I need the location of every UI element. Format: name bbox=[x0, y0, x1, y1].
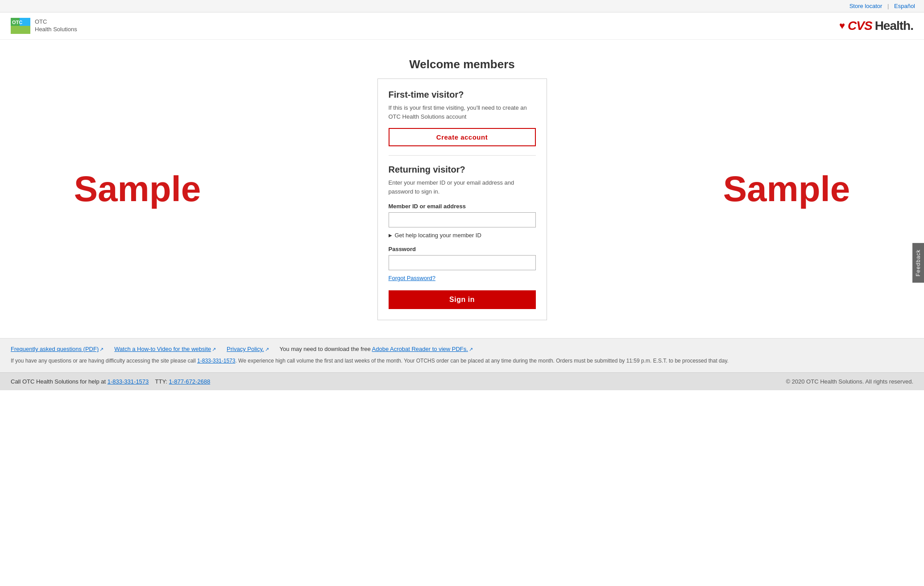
first-time-desc: If this is your first time visiting, you… bbox=[389, 103, 536, 121]
login-box: First-time visitor? If this is your firs… bbox=[377, 78, 547, 320]
center-panel: Welcome members First-time visitor? If t… bbox=[377, 58, 547, 320]
cvs-brand-text: CVS bbox=[848, 19, 872, 33]
copyright-text: © 2020 OTC Health Solutions. All rights … bbox=[786, 378, 913, 385]
returning-title: Returning visitor? bbox=[389, 165, 536, 175]
external-link-icon: ↗ bbox=[99, 347, 104, 352]
privacy-link[interactable]: Privacy Policy.↗ bbox=[227, 346, 269, 352]
welcome-title: Welcome members bbox=[377, 58, 547, 71]
external-link-icon: ↗ bbox=[212, 347, 216, 352]
video-link[interactable]: Watch a How-to Video for the website↗ bbox=[114, 346, 216, 352]
password-label: Password bbox=[389, 246, 536, 252]
adobe-note: You may need to download the free Adobe … bbox=[280, 346, 473, 352]
top-utility-bar: Store locator | Español bbox=[0, 0, 924, 12]
footer-bottom-contact: Call OTC Health Solutions for help at 1-… bbox=[11, 378, 210, 385]
external-link-icon: ↗ bbox=[469, 347, 473, 352]
bottom-phone1-link[interactable]: 1-833-331-1573 bbox=[108, 378, 149, 385]
member-id-input[interactable] bbox=[389, 212, 536, 227]
member-id-label: Member ID or email address bbox=[389, 203, 536, 210]
forgot-password-link[interactable]: Forgot Password? bbox=[389, 275, 436, 281]
triangle-icon: ▶ bbox=[389, 233, 392, 238]
feedback-sidebar: Feedback bbox=[912, 243, 924, 284]
footer-links: Frequently asked questions (PDF)↗ Watch … bbox=[11, 346, 913, 352]
otc-logo-icon: OTC bbox=[11, 18, 30, 34]
external-link-icon: ↗ bbox=[265, 347, 269, 352]
returning-desc: Enter your member ID or your email addre… bbox=[389, 178, 536, 196]
returning-section: Returning visitor? Enter your member ID … bbox=[389, 165, 536, 309]
svg-rect-2 bbox=[11, 26, 30, 34]
bottom-phone2-link[interactable]: 1-877-672-2688 bbox=[169, 378, 211, 385]
password-input[interactable] bbox=[389, 255, 536, 270]
cvs-logo: ♥ CVSHealth. bbox=[839, 19, 913, 33]
otc-logo-text: OTC Health Solutions bbox=[35, 18, 77, 33]
footer-support-text: If you have any questions or are having … bbox=[11, 357, 913, 365]
adobe-link[interactable]: Adobe Acrobat Reader to view PDFs.↗ bbox=[372, 346, 473, 352]
header: OTC OTC Health Solutions ♥ CVSHealth. bbox=[0, 12, 924, 40]
otc-logo: OTC OTC Health Solutions bbox=[11, 18, 77, 34]
section-divider bbox=[389, 155, 536, 156]
support-phone-link[interactable]: 1-833-331-1573 bbox=[197, 358, 235, 364]
sign-in-button[interactable]: Sign in bbox=[389, 290, 536, 309]
first-time-title: First-time visitor? bbox=[389, 90, 536, 100]
first-time-section: First-time visitor? If this is your firs… bbox=[389, 90, 536, 146]
help-link-text: Get help locating your member ID bbox=[395, 232, 481, 239]
sample-watermark-left: Sample bbox=[74, 169, 201, 210]
footer-top: Frequently asked questions (PDF)↗ Watch … bbox=[0, 338, 924, 372]
footer-bottom: Call OTC Health Solutions for help at 1-… bbox=[0, 372, 924, 390]
feedback-button[interactable]: Feedback bbox=[912, 243, 924, 283]
cvs-heart-icon: ♥ bbox=[839, 20, 845, 32]
svg-text:OTC: OTC bbox=[12, 20, 22, 25]
separator: | bbox=[887, 3, 889, 9]
faq-link[interactable]: Frequently asked questions (PDF)↗ bbox=[11, 346, 104, 352]
create-account-button[interactable]: Create account bbox=[389, 128, 536, 146]
main-content: Sample Sample Welcome members First-time… bbox=[0, 40, 924, 338]
help-locating-link[interactable]: ▶ Get help locating your member ID bbox=[389, 232, 536, 239]
cvs-health-text: Health. bbox=[875, 19, 913, 33]
sample-watermark-right: Sample bbox=[723, 169, 850, 210]
store-locator-link[interactable]: Store locator bbox=[849, 3, 883, 9]
espanol-link[interactable]: Español bbox=[894, 3, 915, 9]
